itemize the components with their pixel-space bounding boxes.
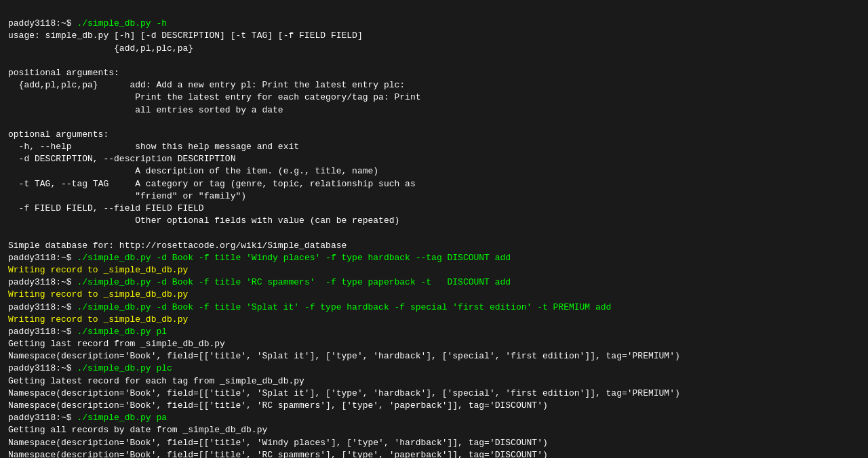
terminal-window: paddy3118:~$ ./simple_db.py -husage: sim… (8, 5, 860, 458)
output-line-yellow: Writing record to _simple_db_db.py (8, 289, 860, 301)
terminal-line (8, 117, 860, 129)
output-line-yellow: Writing record to _simple_db_db.py (8, 264, 860, 276)
output-line-white: Namespace(description='Book', field=[['t… (8, 400, 860, 412)
terminal-line: paddy3118:~$ ./simple_db.py pl (8, 326, 860, 338)
prompt-user: paddy3118:~$ (8, 413, 72, 423)
output-line-white: Simple database for: http://rosettacode.… (8, 240, 860, 252)
output-line-white: A description of the item. (e.g., title,… (8, 165, 860, 178)
prompt-user: paddy3118:~$ (8, 18, 72, 28)
prompt-command: ./simple_db.py plc (72, 363, 172, 373)
output-line-white: Other optional fields with value (can be… (8, 215, 860, 227)
output-line-white: usage: simple_db.py [-h] [-d DESCRIPTION… (8, 30, 860, 42)
prompt-user: paddy3118:~$ (8, 253, 72, 263)
output-line-white: Getting last record from _simple_db_db.p… (8, 338, 860, 350)
output-line-white: Namespace(description='Book', field=[['t… (8, 350, 860, 362)
terminal-line: paddy3118:~$ ./simple_db.py -d Book -f t… (8, 276, 860, 289)
prompt-command: ./simple_db.py pa (72, 413, 167, 423)
output-line-white: -d DESCRIPTION, --description DESCRIPTIO… (8, 153, 860, 165)
output-line-white: -f FIELD FIELD, --field FIELD FIELD (8, 203, 860, 215)
terminal-line: paddy3118:~$ ./simple_db.py pa (8, 412, 860, 424)
prompt-user: paddy3118:~$ (8, 302, 72, 312)
output-line-white: Namespace(description='Book', field=[['t… (8, 437, 860, 449)
terminal-line (8, 55, 860, 67)
output-line-white: -h, --help show this help message and ex… (8, 141, 860, 153)
output-line-white: "friend" or "family") (8, 190, 860, 203)
prompt-command: ./simple_db.py -d Book -f title 'RC spam… (72, 277, 511, 287)
prompt-user: paddy3118:~$ (8, 277, 72, 287)
output-line-white: -t TAG, --tag TAG A category or tag (gen… (8, 178, 860, 190)
output-line-white: Namespace(description='Book', field=[['t… (8, 449, 860, 458)
terminal-line (8, 227, 860, 239)
output-line-white: all entries sorted by a date (8, 104, 860, 117)
prompt-command: ./simple_db.py -h (72, 18, 167, 28)
prompt-command: ./simple_db.py pl (72, 327, 167, 337)
terminal-line: paddy3118:~$ ./simple_db.py plc (8, 362, 860, 375)
output-line-white: Print the latest entry for each category… (8, 91, 860, 104)
output-line-yellow: Writing record to _simple_db_db.py (8, 314, 860, 326)
prompt-command: ./simple_db.py -d Book -f title 'Windy p… (72, 253, 511, 263)
output-line-white: {add,pl,plc,pa} (8, 43, 860, 55)
terminal-line: paddy3118:~$ ./simple_db.py -d Book -f t… (8, 252, 860, 264)
output-line-white: {add,pl,plc,pa} add: Add a new entry pl:… (8, 79, 860, 91)
output-line-white: Namespace(description='Book', field=[['t… (8, 388, 860, 400)
terminal-line: paddy3118:~$ ./simple_db.py -d Book -f t… (8, 301, 860, 314)
terminal-line: paddy3118:~$ ./simple_db.py -h (8, 18, 860, 30)
output-line-white: optional arguments: (8, 129, 860, 141)
output-line-white: positional arguments: (8, 67, 860, 79)
output-line-white: Getting all records by date from _simple… (8, 424, 860, 436)
prompt-user: paddy3118:~$ (8, 327, 72, 337)
output-line-white: Getting latest record for each tag from … (8, 375, 860, 388)
prompt-command: ./simple_db.py -d Book -f title 'Splat i… (72, 302, 612, 312)
prompt-user: paddy3118:~$ (8, 363, 72, 373)
